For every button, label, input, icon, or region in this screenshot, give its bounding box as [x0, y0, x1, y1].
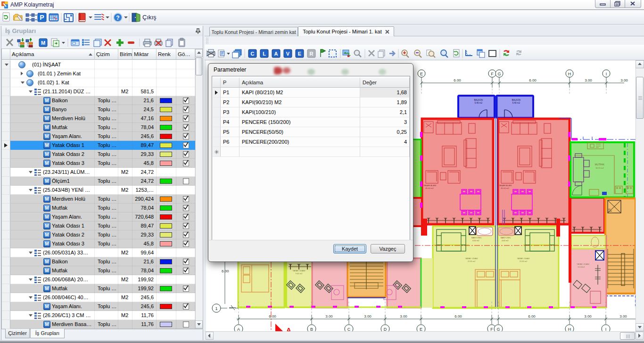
svg-text:G: G [496, 327, 500, 332]
svg-text:H: H [568, 327, 571, 332]
svg-text:6.00: 6.00 [454, 314, 462, 318]
svg-text:A: A [237, 327, 240, 332]
svg-text:14.20m2: 14.20m2 [578, 266, 585, 268]
svg-text:R: R [310, 51, 314, 57]
svg-text:P: P [40, 14, 44, 21]
svg-text:4.00 m2: 4.00 m2 [472, 239, 479, 242]
svg-text:BALKON: BALKON [474, 99, 483, 101]
svg-text:A: A [274, 51, 278, 57]
svg-text:22.65 m2: 22.65 m2 [520, 260, 528, 262]
svg-text:E: E [420, 327, 422, 332]
svg-text:YAŞAM ALANI: YAŞAM ALANI [423, 184, 436, 187]
svg-text:YATAK ODASI: YATAK ODASI [293, 270, 305, 272]
svg-text:16.15 m2: 16.15 m2 [595, 167, 604, 169]
svg-text:6.00: 6.00 [269, 314, 276, 318]
svg-text:I: I [606, 72, 607, 76]
svg-text:45.00 m2: 45.00 m2 [425, 187, 434, 189]
svg-text:A: A [286, 326, 291, 331]
svg-text:F: F [491, 72, 494, 76]
svg-text:C: C [347, 327, 351, 332]
svg-text:6.00: 6.00 [528, 314, 536, 318]
svg-text:BANYO/WC: BANYO/WC [501, 237, 511, 239]
svg-text:C: C [251, 51, 255, 57]
svg-text:?: ? [116, 15, 119, 21]
svg-text:3.00: 3.00 [400, 314, 407, 318]
svg-text:45.00 m2: 45.00 m2 [501, 187, 509, 189]
svg-text:B: B [310, 327, 313, 332]
svg-text:6.00: 6.00 [529, 78, 537, 82]
svg-text:3.00: 3.00 [364, 314, 372, 318]
svg-text:E: E [420, 72, 423, 76]
svg-text:3.00: 3.00 [619, 314, 627, 318]
svg-text:5.40 m2: 5.40 m2 [475, 102, 483, 104]
svg-text:6.00: 6.00 [454, 78, 461, 82]
svg-text:22.65 m2: 22.65 m2 [468, 260, 476, 262]
svg-text:3.00: 3.00 [620, 78, 628, 82]
svg-text:L: L [263, 51, 266, 57]
svg-text:6.00: 6.00 [222, 269, 229, 273]
svg-text:E: E [298, 51, 301, 57]
svg-text:BALKON: BALKON [512, 99, 520, 101]
svg-text:M: M [41, 40, 45, 46]
svg-text:3.00: 3.00 [325, 314, 333, 318]
svg-text:MUTFAK: MUTFAK [595, 163, 605, 166]
svg-text:YAŞAM ALANI: YAŞAM ALANI [499, 184, 512, 187]
svg-text:9.40 m2: 9.40 m2 [296, 272, 303, 275]
svg-text:YATAK ODASI: YATAK ODASI [577, 263, 589, 265]
svg-text:G: G [497, 72, 501, 76]
svg-text:H: H [568, 72, 571, 76]
svg-text:1: 1 [215, 306, 217, 311]
svg-text:V: V [286, 51, 290, 57]
svg-text:4.00 m2: 4.00 m2 [502, 239, 509, 242]
svg-text:5.40 m2: 5.40 m2 [512, 102, 520, 104]
svg-text:D: D [384, 327, 387, 332]
svg-text:BANYO/WC: BANYO/WC [471, 237, 482, 239]
svg-text:YATAK ODASI: YATAK ODASI [465, 257, 478, 260]
svg-text:I: I [605, 327, 607, 332]
svg-text:3.00: 3.00 [584, 314, 592, 318]
svg-text:YATAK ODASI: YATAK ODASI [517, 257, 530, 260]
svg-text:F: F [490, 327, 493, 332]
svg-text:3.00: 3.00 [585, 78, 592, 82]
